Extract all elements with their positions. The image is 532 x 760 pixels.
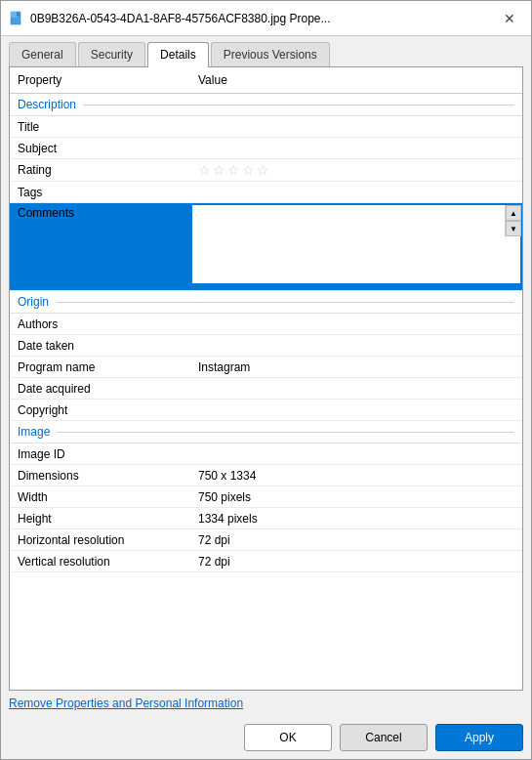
rating-stars[interactable]: ☆ ☆ ☆ ☆ ☆ <box>198 162 514 178</box>
svg-rect-1 <box>11 12 17 18</box>
row-copyright[interactable]: Copyright <box>10 400 522 421</box>
close-button[interactable]: ✕ <box>496 7 523 30</box>
prop-value-dimensions: 750 x 1334 <box>190 466 522 486</box>
prop-value-authors[interactable] <box>190 321 522 327</box>
comments-scrollbar: ▲ ▼ <box>505 205 520 236</box>
row-authors[interactable]: Authors <box>10 314 522 335</box>
prop-value-rating[interactable]: ☆ ☆ ☆ ☆ ☆ <box>190 159 522 181</box>
comments-input-area[interactable]: ▲ ▼ <box>190 203 522 285</box>
prop-name-authors: Authors <box>10 315 190 334</box>
header-property: Property <box>10 71 190 89</box>
prop-value-height: 1334 pixels <box>190 509 522 528</box>
properties-table: Property Value Description Title Subject <box>10 67 522 690</box>
row-subject[interactable]: Subject <box>10 138 522 159</box>
row-height: Height 1334 pixels <box>10 508 522 529</box>
row-v-resolution: Vertical resolution 72 dpi <box>10 551 522 572</box>
prop-name-date-taken: Date taken <box>10 336 190 356</box>
row-width: Width 750 pixels <box>10 486 522 508</box>
prop-name-tags: Tags <box>10 183 190 202</box>
header-value: Value <box>190 71 522 89</box>
prop-name-image-id: Image ID <box>10 444 190 464</box>
tab-security[interactable]: Security <box>78 42 145 66</box>
prop-name-v-resolution: Vertical resolution <box>10 552 190 571</box>
row-tags[interactable]: Tags <box>10 182 522 203</box>
window-title: 0B9B326A-0543-4DA1-8AF8-45756ACF8380.jpg… <box>30 12 331 25</box>
cancel-button[interactable]: Cancel <box>340 724 428 751</box>
table-header: Property Value <box>10 67 522 94</box>
row-rating[interactable]: Rating ☆ ☆ ☆ ☆ ☆ <box>10 159 522 182</box>
prop-value-h-resolution: 72 dpi <box>190 530 522 550</box>
prop-value-date-taken[interactable] <box>190 343 522 349</box>
row-comments[interactable]: Comments ▲ ▼ <box>10 203 522 291</box>
comments-value-area: ▲ ▼ <box>190 203 522 285</box>
section-origin-divider <box>57 302 514 303</box>
section-description-label: Description <box>18 98 76 111</box>
row-image-id: Image ID <box>10 443 522 465</box>
prop-name-dimensions: Dimensions <box>10 466 190 486</box>
row-title[interactable]: Title <box>10 116 522 138</box>
star-2[interactable]: ☆ <box>213 162 225 178</box>
star-3[interactable]: ☆ <box>227 162 240 178</box>
file-icon <box>9 11 24 26</box>
prop-name-h-resolution: Horizontal resolution <box>10 530 190 550</box>
prop-name-width: Width <box>10 487 190 507</box>
title-bar: 0B9B326A-0543-4DA1-8AF8-45756ACF8380.jpg… <box>1 1 531 36</box>
scroll-up-arrow[interactable]: ▲ <box>506 205 521 221</box>
prop-name-rating: Rating <box>10 160 190 180</box>
prop-name-program: Program name <box>10 358 190 377</box>
remove-properties-link[interactable]: Remove Properties and Personal Informati… <box>9 697 243 710</box>
prop-value-image-id <box>190 451 522 457</box>
section-origin-label: Origin <box>18 295 49 309</box>
prop-value-title[interactable] <box>190 124 522 130</box>
row-program-name[interactable]: Program name Instagram <box>10 357 522 378</box>
prop-name-height: Height <box>10 509 190 528</box>
button-row: OK Cancel Apply <box>1 716 531 759</box>
table-container: Property Value Description Title Subject <box>10 67 522 690</box>
star-5[interactable]: ☆ <box>257 162 269 178</box>
section-image-label: Image <box>18 425 50 439</box>
properties-window: 0B9B326A-0543-4DA1-8AF8-45756ACF8380.jpg… <box>0 0 532 760</box>
row-dimensions: Dimensions 750 x 1334 <box>10 465 522 486</box>
apply-button[interactable]: Apply <box>435 724 523 751</box>
section-image-divider <box>58 432 514 433</box>
tab-details[interactable]: Details <box>147 42 209 67</box>
star-1[interactable]: ☆ <box>198 162 211 178</box>
section-image: Image <box>10 421 522 443</box>
prop-value-date-acquired[interactable] <box>190 386 522 392</box>
prop-name-copyright: Copyright <box>10 401 190 420</box>
prop-name-date-acquired: Date acquired <box>10 379 190 399</box>
prop-name-title: Title <box>10 117 190 137</box>
section-description: Description <box>10 94 522 116</box>
prop-value-subject[interactable] <box>190 146 522 151</box>
prop-value-width: 750 pixels <box>190 487 522 507</box>
tab-previous-versions[interactable]: Previous Versions <box>211 42 330 66</box>
footer-area: Remove Properties and Personal Informati… <box>1 691 531 716</box>
section-origin: Origin <box>10 291 522 314</box>
section-divider <box>84 105 514 106</box>
prop-value-v-resolution: 72 dpi <box>190 552 522 571</box>
prop-value-tags[interactable] <box>190 190 522 195</box>
content-area: Property Value Description Title Subject <box>9 66 523 691</box>
ok-button[interactable]: OK <box>244 724 332 751</box>
scroll-down-arrow[interactable]: ▼ <box>506 221 521 236</box>
prop-value-program: Instagram <box>190 358 522 377</box>
row-date-taken[interactable]: Date taken <box>10 335 522 357</box>
prop-name-subject: Subject <box>10 139 190 158</box>
tab-bar: General Security Details Previous Versio… <box>1 36 531 66</box>
tab-general[interactable]: General <box>9 42 76 66</box>
comments-input[interactable] <box>192 205 505 283</box>
prop-value-copyright[interactable] <box>190 407 522 413</box>
row-date-acquired[interactable]: Date acquired <box>10 378 522 400</box>
prop-name-comments: Comments <box>10 203 190 223</box>
row-h-resolution: Horizontal resolution 72 dpi <box>10 529 522 551</box>
star-4[interactable]: ☆ <box>242 162 255 178</box>
